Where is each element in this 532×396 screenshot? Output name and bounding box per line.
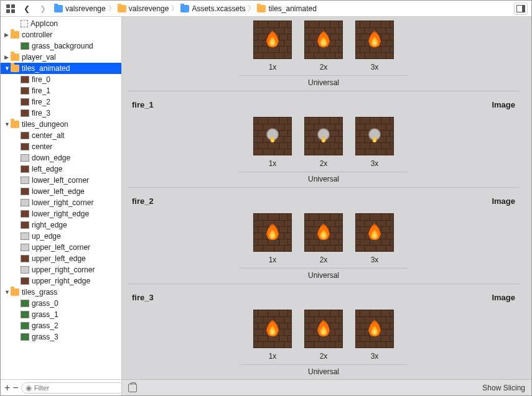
tree-row-label: upper_left_edge	[32, 254, 86, 263]
scale-label: 2x	[320, 63, 328, 71]
tree-row[interactable]: AppIcon	[1, 18, 121, 29]
imageset-icon	[21, 177, 29, 184]
image-well[interactable]: 3x	[353, 117, 396, 168]
breadcrumb-item[interactable]: tiles_animated	[256, 4, 317, 13]
nav-back-button[interactable]: ❮	[21, 2, 33, 15]
tree-row[interactable]: grass_0	[1, 298, 121, 309]
filter-input[interactable]	[34, 384, 120, 392]
tree-row[interactable]: upper_left_edge	[1, 253, 121, 264]
tree-row[interactable]: lower_left_edge	[1, 186, 121, 197]
image-well[interactable]: 3x	[353, 21, 396, 71]
tree-row[interactable]: up_edge	[1, 231, 121, 242]
tree-row[interactable]: center_alt	[1, 130, 121, 141]
tree-row[interactable]: left_edge	[1, 163, 121, 175]
image-well[interactable]: 1x	[251, 213, 294, 264]
tree-row-label: up_edge	[32, 232, 61, 241]
tree-row[interactable]: grass_2	[1, 320, 121, 331]
tree-row-label: fire_2	[32, 98, 50, 106]
tree-row[interactable]: lower_left_corner	[1, 175, 121, 186]
tree-row[interactable]: right_edge	[1, 219, 121, 231]
imageset-icon	[21, 154, 29, 162]
add-button[interactable]: +	[4, 382, 10, 394]
disclosure-triangle[interactable]: ▼	[4, 65, 11, 71]
breadcrumb-label: valsrevenge	[129, 4, 169, 13]
show-slicing-button[interactable]: Show Slicing	[482, 384, 525, 392]
tile-thumbnail	[253, 213, 292, 252]
imageset-section: fire_1Image1x2x3xUniversal	[122, 91, 531, 188]
breadcrumb-separator: 〉	[171, 4, 178, 13]
imageset-icon	[21, 277, 29, 285]
image-well[interactable]: 3x	[353, 213, 396, 264]
imageset-icon	[21, 143, 29, 150]
scale-label: 1x	[269, 352, 277, 361]
disclosure-triangle[interactable]: ▼	[4, 121, 11, 127]
image-well[interactable]: 2x	[302, 213, 345, 264]
toggle-inspector-button[interactable]	[514, 2, 528, 15]
image-well[interactable]: 2x	[302, 310, 345, 361]
tree-row[interactable]: upper_right_corner	[1, 264, 121, 275]
folder-icon	[11, 53, 19, 61]
flame-icon	[265, 127, 280, 144]
breadcrumb-item[interactable]: Assets.xcassets	[179, 4, 246, 13]
disclosure-triangle[interactable]: ▶	[4, 54, 11, 60]
tile-thumbnail	[253, 117, 292, 155]
tile-thumbnail	[253, 310, 292, 348]
tree-row-label: center_alt	[32, 131, 65, 140]
folder-icon	[11, 65, 19, 72]
image-well[interactable]: 1x	[251, 117, 294, 168]
flame-icon	[367, 127, 382, 144]
breadcrumb-item[interactable]: valsrevenge	[53, 4, 107, 13]
tree-row[interactable]: grass_background	[1, 40, 121, 52]
tree-row-label: controller	[22, 30, 52, 39]
tree-row[interactable]: ▶controller	[1, 29, 121, 40]
clipboard-icon[interactable]	[128, 384, 137, 392]
tree-row[interactable]: upper_left_corner	[1, 242, 121, 253]
nav-forward-button[interactable]: ❯	[37, 2, 49, 15]
flame-icon	[367, 223, 382, 241]
asset-tree[interactable]: AppIcon▶controllergrass_background▶playe…	[1, 17, 121, 379]
imageset-icon	[21, 188, 29, 195]
tree-row[interactable]: ▼tiles_animated	[1, 63, 121, 74]
tree-row-label: tiles_animated	[22, 64, 70, 73]
remove-button[interactable]: −	[12, 382, 18, 394]
flame-icon	[316, 127, 331, 144]
imageset-icon	[21, 255, 29, 262]
image-well[interactable]: 1x	[251, 310, 294, 361]
tree-row[interactable]: fire_1	[1, 85, 121, 96]
tree-row[interactable]: lower_right_edge	[1, 208, 121, 219]
flame-icon	[265, 320, 280, 337]
tree-row[interactable]: down_edge	[1, 152, 121, 163]
tree-row[interactable]: fire_0	[1, 74, 121, 85]
tree-row[interactable]: grass_1	[1, 309, 121, 320]
tree-row[interactable]: upper_right_edge	[1, 275, 121, 287]
tile-thumbnail	[355, 117, 394, 155]
image-well[interactable]: 2x	[302, 117, 345, 168]
tile-thumbnail	[355, 310, 394, 348]
tile-thumbnail	[355, 21, 394, 59]
folder-icon	[118, 5, 126, 12]
tree-row[interactable]: center	[1, 141, 121, 152]
tree-row-label: lower_left_corner	[32, 176, 89, 185]
tree-row-label: lower_left_edge	[32, 187, 85, 196]
tree-row[interactable]: lower_right_corner	[1, 197, 121, 208]
breadcrumb-item[interactable]: valsrevenge	[116, 4, 170, 13]
imageset-section: fire_2Image1x2x3xUniversal	[122, 188, 531, 284]
asset-scroll[interactable]: Image1x2x3xUniversalfire_1Image1x2x3xUni…	[122, 17, 531, 379]
tree-row-label: right_edge	[32, 221, 67, 229]
image-well[interactable]: 2x	[302, 21, 345, 71]
tree-row[interactable]: grass_3	[1, 331, 121, 343]
tree-row[interactable]: fire_2	[1, 96, 121, 108]
tree-row[interactable]: ▶player_val	[1, 52, 121, 63]
breadcrumb-separator: 〉	[248, 4, 254, 13]
imageset-icon	[21, 300, 29, 307]
disclosure-triangle[interactable]: ▼	[4, 289, 11, 295]
image-well[interactable]: 1x	[251, 21, 294, 71]
imageset-icon	[21, 333, 29, 341]
tree-row[interactable]: fire_3	[1, 108, 121, 119]
image-well[interactable]: 3x	[353, 310, 396, 361]
grid-view-button[interactable]	[4, 2, 17, 15]
filter-field[interactable]: ◉	[21, 382, 122, 394]
tree-row[interactable]: ▼tiles_dungeon	[1, 119, 121, 130]
disclosure-triangle[interactable]: ▶	[4, 32, 11, 38]
tree-row[interactable]: ▼tiles_grass	[1, 287, 121, 298]
